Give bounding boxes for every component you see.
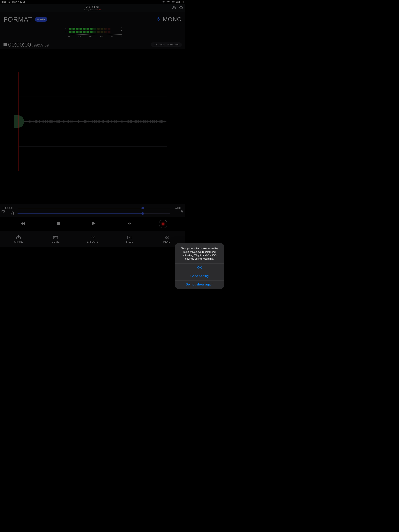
mic-icon[interactable]	[157, 17, 160, 22]
svg-point-12	[91, 237, 92, 238]
svg-rect-20	[165, 238, 166, 239]
brand-pro: PRO	[97, 9, 101, 11]
battery-percent: 6%	[176, 0, 179, 3]
time-current: 00:00:00	[8, 41, 31, 48]
format-row: FORMAT WAV MONO	[0, 12, 185, 26]
file-name-pill[interactable]: ZOOM0004_MONO.wav	[151, 43, 182, 47]
stop-button[interactable]	[53, 222, 64, 227]
tick-18: -18	[90, 35, 92, 37]
tick-12: -12	[100, 35, 103, 37]
nav-movie[interactable]: MOVIE	[37, 231, 74, 247]
app-header: ZOOM Handy Recorder PRO	[0, 4, 185, 12]
status-bar: 3:01 PM Mon Nov 30 VPN 6% ⚡	[0, 0, 185, 4]
level-meter: L R -48 -32 -18 -12 -6 0	[0, 26, 185, 40]
nav-files-label: FILES	[126, 241, 133, 243]
tick-6: -6	[111, 35, 113, 37]
svg-point-19	[167, 236, 168, 237]
svg-point-10	[54, 237, 55, 238]
forward-button[interactable]	[123, 222, 135, 227]
svg-rect-21	[167, 238, 168, 239]
volume-slider[interactable]	[18, 213, 170, 214]
svg-rect-7	[57, 222, 60, 225]
svg-rect-3	[158, 17, 159, 19]
tick-48: -48	[68, 35, 70, 37]
nav-movie-label: MOVIE	[52, 241, 60, 243]
cloud-off-icon[interactable]	[172, 6, 176, 10]
sliders-panel: FOCUS WIDE	[0, 204, 185, 217]
format-pill[interactable]: WAV	[35, 17, 47, 22]
wide-label: WIDE	[173, 206, 182, 209]
time-total: 99:59:59	[33, 43, 49, 47]
bottom-nav: SHARE MOVIE EFFECTS FILES MENU	[0, 231, 185, 247]
nav-effects-label: EFFECTS	[87, 241, 98, 243]
brand-sub: Handy Recorder	[84, 9, 97, 11]
lock-icon[interactable]	[180, 210, 183, 214]
svg-point-18	[165, 236, 166, 237]
brand-logo: ZOOM	[84, 5, 101, 9]
stopped-icon	[4, 43, 7, 46]
playhead-line	[19, 72, 19, 171]
nav-files[interactable]: FILES	[111, 231, 148, 247]
svg-point-0	[163, 2, 163, 3]
status-time: 3:01 PM	[1, 0, 10, 3]
svg-point-13	[93, 236, 93, 237]
meter-r-label: R	[64, 31, 66, 33]
record-button[interactable]	[159, 220, 167, 228]
svg-point-11	[90, 236, 91, 237]
nav-share-label: SHARE	[14, 241, 23, 243]
time-row: 00:00:00 /99:59:59 ZOOM0004_MONO.wav	[0, 40, 185, 49]
play-button[interactable]	[88, 222, 99, 227]
svg-point-16	[129, 238, 129, 238]
focus-slider[interactable]	[18, 208, 170, 208]
svg-point-17	[129, 238, 130, 238]
rewind-button[interactable]	[18, 222, 29, 227]
nav-menu-label: MENU	[163, 241, 170, 243]
svg-rect-6	[13, 213, 14, 214]
battery-indicator: 6% ⚡	[176, 0, 184, 3]
nav-share[interactable]: SHARE	[0, 231, 37, 247]
airplay-icon[interactable]	[1, 210, 5, 214]
rotation-icon[interactable]	[179, 6, 183, 10]
vpn-badge: VPN	[166, 1, 171, 3]
tick-32: -32	[78, 35, 81, 37]
waveform-area[interactable]	[0, 49, 185, 204]
svg-rect-5	[11, 213, 12, 214]
headphones-icon	[11, 211, 14, 215]
channel-button[interactable]: MONO	[163, 16, 182, 23]
meter-l-label: L	[64, 28, 66, 30]
waveform	[19, 120, 167, 123]
dialog-message: To suppress the noise caused by radio wa…	[175, 243, 185, 247]
svg-point-15	[95, 236, 95, 237]
svg-point-14	[94, 237, 94, 238]
status-date: Mon Nov 30	[12, 0, 25, 3]
format-button[interactable]: FORMAT	[4, 16, 32, 23]
tick-0: 0	[121, 35, 122, 37]
format-pill-label: WAV	[40, 18, 45, 21]
transport-bar	[0, 217, 185, 231]
focus-label: FOCUS	[4, 206, 14, 209]
svg-rect-4	[181, 211, 183, 213]
wifi-icon	[162, 0, 165, 3]
nav-effects[interactable]: EFFECTS	[74, 231, 111, 247]
flight-mode-dialog: To suppress the noise caused by radio wa…	[175, 243, 185, 247]
orientation-lock-icon	[172, 0, 174, 4]
